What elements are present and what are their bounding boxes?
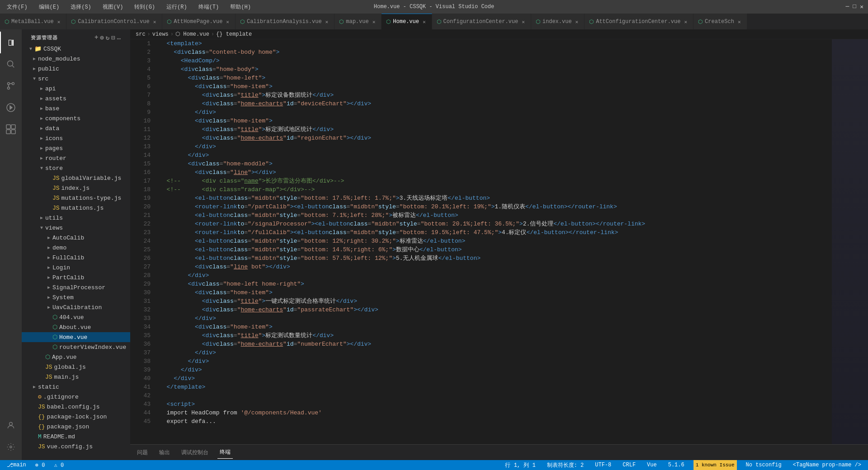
- menu-select[interactable]: 选择(S): [68, 2, 94, 12]
- sidebar-item-404[interactable]: ⬡ 404.vue: [22, 312, 130, 322]
- maximize-icon[interactable]: □: [853, 3, 856, 10]
- status-position[interactable]: 行 1, 列 1: [503, 460, 538, 470]
- menu-edit[interactable]: 编辑(E): [37, 2, 62, 12]
- search-icon[interactable]: [0, 53, 22, 75]
- menu-goto[interactable]: 转到(G): [132, 2, 157, 12]
- tab-close-icon[interactable]: ✕: [520, 19, 526, 25]
- status-line-ending[interactable]: CRLF: [620, 460, 638, 470]
- panel-tab-debug[interactable]: 调试控制台: [179, 446, 211, 459]
- sidebar-item-src[interactable]: ▼ src: [22, 74, 130, 84]
- menu-help[interactable]: 帮助(H): [228, 2, 253, 12]
- sidebar-item-uavcalib[interactable]: ▶ UavCalibration: [22, 302, 130, 312]
- panel-tab-output[interactable]: 输出: [157, 446, 172, 459]
- tab-close-icon[interactable]: ✕: [225, 19, 231, 25]
- tab-close-icon[interactable]: ✕: [152, 19, 158, 25]
- status-indent[interactable]: 制表符长度: 2: [545, 460, 586, 470]
- menu-run[interactable]: 运行(R): [164, 2, 189, 12]
- sidebar-item-login[interactable]: ▶ Login: [22, 263, 130, 273]
- sidebar-item-base[interactable]: ▶ base: [22, 103, 130, 113]
- tab-close-icon[interactable]: ✕: [371, 19, 377, 25]
- more-icon[interactable]: …: [117, 34, 121, 42]
- sidebar-actions[interactable]: + ⊕ ↻ ⊟ …: [94, 34, 121, 42]
- sidebar-item-static[interactable]: ▶ static: [22, 382, 130, 392]
- sidebar-item-package-lock[interactable]: {} package-lock.json: [22, 412, 130, 422]
- sidebar-item-readme[interactable]: M README.md: [22, 432, 130, 442]
- bc-item-template[interactable]: {} template: [216, 31, 252, 38]
- tab-atthome[interactable]: ⬡ AttHomePage.vue ✕: [162, 14, 236, 29]
- tab-close-icon[interactable]: ✕: [324, 19, 330, 25]
- menu-view[interactable]: 视图(V): [100, 2, 126, 12]
- sidebar-item-views[interactable]: ▼ views: [22, 223, 130, 233]
- sidebar-item-app[interactable]: ⬡ App.vue: [22, 352, 130, 362]
- tab-attconfig[interactable]: ⬡ AttConfigurationCenter.vue ✕: [585, 14, 693, 29]
- status-encoding[interactable]: UTF-8: [593, 460, 613, 470]
- tab-close-icon[interactable]: ✕: [421, 19, 427, 25]
- close-icon[interactable]: ✕: [860, 3, 863, 10]
- sidebar-item-public[interactable]: ▶ public: [22, 64, 130, 74]
- sidebar-item-package[interactable]: {} package.json: [22, 422, 130, 432]
- menu-file[interactable]: 文件(F): [5, 2, 30, 12]
- status-errors[interactable]: ⊗ 0: [33, 460, 47, 470]
- sidebar-item-homevue[interactable]: ⬡ Home.vue: [22, 332, 130, 342]
- sidebar-item-icons[interactable]: ▶ icons: [22, 133, 130, 143]
- code-content[interactable]: <template> <div class="content-body home…: [155, 39, 832, 444]
- sidebar-tree[interactable]: ▼ 📁 CSSQK ▶ node_modules ▶ public ▼ src …: [22, 44, 130, 460]
- sidebar-item-node-modules[interactable]: ▶ node_modules: [22, 54, 130, 64]
- status-language[interactable]: Vue: [645, 460, 659, 470]
- sidebar-item-mutations[interactable]: JS mutations.js: [22, 203, 130, 213]
- tab-close-icon[interactable]: ✕: [683, 19, 689, 25]
- sidebar-item-global-variable[interactable]: JS globalVariable.js: [22, 173, 130, 183]
- sidebar-item-utils[interactable]: ▶ utils: [22, 213, 130, 223]
- sidebar-item-partcalib[interactable]: ▶ PartCalib: [22, 273, 130, 282]
- bc-item-src[interactable]: src: [136, 31, 146, 38]
- tab-createsch[interactable]: ⬡ CreateSch ✕: [693, 14, 747, 29]
- tab-close-icon[interactable]: ✕: [56, 19, 62, 25]
- tab-calibanalysis[interactable]: ⬡ CalibrationAnalysis.vue ✕: [236, 14, 335, 29]
- sidebar-item-babel[interactable]: JS babel.config.js: [22, 402, 130, 412]
- tab-map[interactable]: ⬡ map.vue ✕: [335, 14, 382, 29]
- refresh-icon[interactable]: ↻: [106, 34, 110, 42]
- sidebar-item-autocalib[interactable]: ▶ AutoCalib: [22, 233, 130, 243]
- sidebar-item-data[interactable]: ▶ data: [22, 123, 130, 133]
- sidebar-item-assets[interactable]: ▶ assets: [22, 94, 130, 103]
- sidebar-item-mutations-type[interactable]: JS mutations-type.js: [22, 193, 130, 203]
- explorer-icon[interactable]: [0, 32, 22, 53]
- bc-item-home[interactable]: ⬡ Home.vue: [175, 31, 209, 38]
- menu-terminal[interactable]: 终端(T): [196, 2, 222, 12]
- bc-item-views[interactable]: views: [152, 31, 169, 38]
- status-no-tsconfig[interactable]: No tsconfig: [744, 460, 784, 470]
- status-warnings[interactable]: ⚠ 0: [52, 460, 66, 470]
- account-icon[interactable]: [0, 414, 22, 436]
- sidebar-item-system[interactable]: ▶ System: [22, 292, 130, 302]
- sidebar-item-demo[interactable]: ▶ demo: [22, 243, 130, 253]
- code-editor[interactable]: 1 2 3 4 5 6 7 8 9 10 11 12 13 14 15 16 1…: [130, 39, 868, 444]
- status-known-issue[interactable]: 1 known Issue: [693, 460, 737, 470]
- sidebar-root[interactable]: ▼ 📁 CSSQK: [22, 44, 130, 54]
- tab-index[interactable]: ⬡ index.vue ✕: [531, 14, 585, 29]
- debug-icon[interactable]: [0, 97, 22, 118]
- sidebar-item-gitignore[interactable]: ⚙ .gitignore: [22, 392, 130, 402]
- tab-metalball[interactable]: ⬡ MetalBall.vue ✕: [0, 14, 66, 29]
- settings-icon[interactable]: [0, 436, 22, 458]
- sidebar-item-components[interactable]: ▶ components: [22, 113, 130, 123]
- panel-tab-terminal[interactable]: 终端: [217, 446, 233, 459]
- sidebar-item-fullcalib[interactable]: ▶ FullCalib: [22, 253, 130, 263]
- window-controls[interactable]: ─ □ ✕: [846, 3, 863, 10]
- tab-calibration[interactable]: ⬡ CalibrationControl.vue ✕: [66, 14, 162, 29]
- sidebar-item-store[interactable]: ▼ store: [22, 163, 130, 173]
- status-branch[interactable]: ⎇ main: [5, 460, 28, 470]
- sidebar-item-index-js[interactable]: JS index.js: [22, 183, 130, 193]
- status-version[interactable]: 5.1.6: [666, 460, 687, 470]
- collapse-icon[interactable]: ⊟: [111, 34, 115, 42]
- sidebar-item-about[interactable]: ⬡ About.vue: [22, 322, 130, 332]
- sidebar-item-vue-config[interactable]: JS vue.config.js: [22, 442, 130, 451]
- extensions-icon[interactable]: [0, 118, 22, 140]
- new-folder-icon[interactable]: ⊕: [100, 34, 104, 42]
- status-tag-name[interactable]: <TagName prop-name />: [791, 460, 863, 470]
- sidebar-item-pages[interactable]: ▶ pages: [22, 143, 130, 153]
- sidebar-item-router[interactable]: ▶ router: [22, 153, 130, 163]
- menu-bar[interactable]: 文件(F) 编辑(E) 选择(S) 视图(V) 转到(G) 运行(R) 终端(T…: [5, 2, 253, 12]
- sidebar-item-api[interactable]: ▶ api: [22, 84, 130, 94]
- tab-close-icon[interactable]: ✕: [736, 19, 742, 25]
- source-control-icon[interactable]: [0, 75, 22, 97]
